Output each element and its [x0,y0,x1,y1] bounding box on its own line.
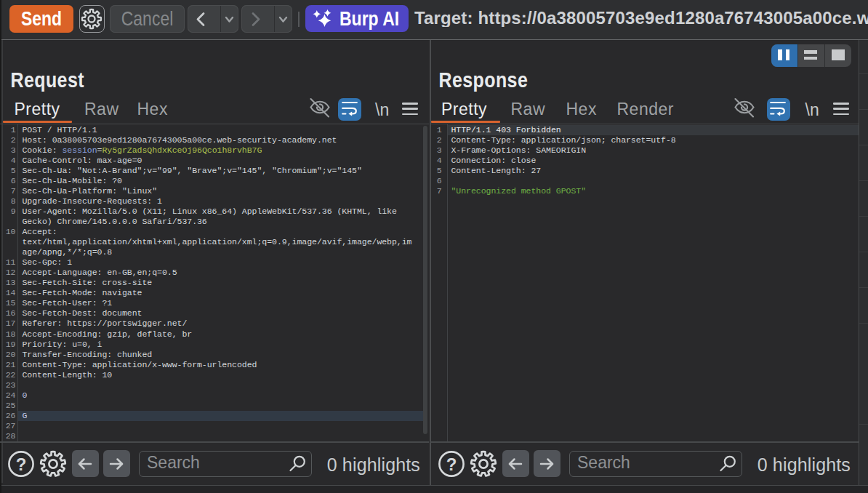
svg-text:?: ? [446,454,457,473]
svg-text:?: ? [16,454,27,473]
